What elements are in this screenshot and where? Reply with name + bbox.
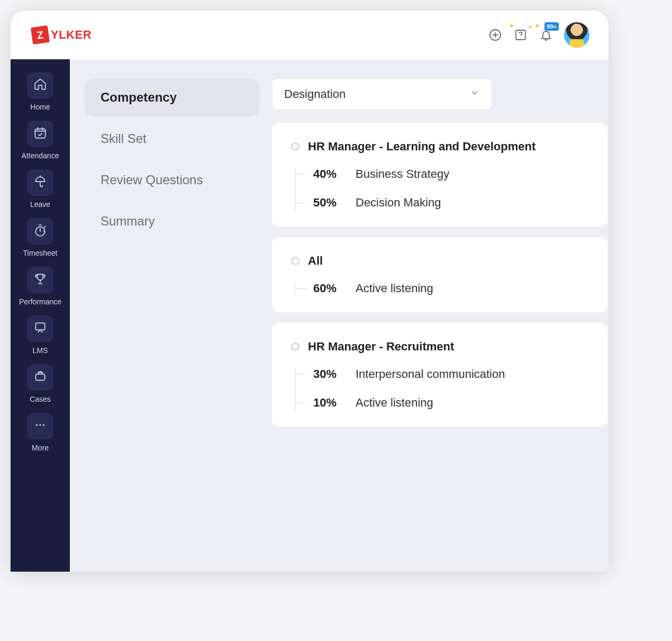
more-icon: [33, 418, 47, 434]
sub-nav-review-questions[interactable]: Review Questions: [85, 161, 259, 199]
card-items: 60% Active listening: [295, 282, 588, 295]
svg-rect-3: [35, 129, 46, 138]
sub-nav: Competency Skill Set Review Questions Su…: [85, 78, 259, 572]
designation-dropdown[interactable]: Designation: [272, 78, 492, 110]
sub-nav-summary[interactable]: Summary: [85, 202, 259, 240]
competency-name: Active listening: [356, 396, 433, 410]
cards-wrap[interactable]: HR Manager - Learning and Development 40…: [272, 123, 609, 572]
card-header: HR Manager - Recruitment: [291, 340, 588, 354]
svg-point-8: [39, 424, 41, 426]
node-dot-icon: [291, 142, 299, 151]
svg-rect-6: [35, 374, 44, 381]
sidebar-item-performance[interactable]: Performance: [17, 267, 63, 306]
sidebar-item-home[interactable]: Home: [17, 72, 63, 111]
logo[interactable]: Z YLKER: [32, 26, 92, 43]
competency-card: All 60% Active listening: [272, 237, 607, 312]
competency-row: 60% Active listening: [299, 282, 588, 295]
header-actions: 99+: [488, 22, 589, 48]
card-title: HR Manager - Recruitment: [308, 340, 454, 354]
competency-pct: 40%: [313, 167, 344, 181]
logo-text: YLKER: [51, 28, 92, 42]
competency-row: 40% Business Strategy: [299, 167, 588, 181]
sidebar-item-label: Cases: [30, 395, 51, 403]
svg-point-7: [36, 424, 38, 426]
content-column: Designation HR Manager - Learning and De…: [272, 78, 609, 572]
sidebar-item-lms[interactable]: LMS: [17, 315, 63, 355]
logo-z-icon: Z: [31, 25, 50, 44]
competency-name: Business Strategy: [356, 167, 449, 181]
notification-badge: 99+: [544, 22, 559, 31]
presentation-icon: [33, 321, 47, 337]
notifications-icon[interactable]: 99+: [539, 28, 553, 42]
competency-card: HR Manager - Learning and Development 40…: [272, 123, 607, 227]
avatar[interactable]: [564, 22, 589, 48]
help-icon[interactable]: [513, 28, 528, 42]
card-title: HR Manager - Learning and Development: [308, 140, 535, 154]
sidebar-item-timesheet[interactable]: Timesheet: [17, 218, 63, 257]
sidebar-item-label: Leave: [30, 200, 50, 209]
node-dot-icon: [291, 342, 299, 351]
competency-pct: 30%: [313, 367, 344, 381]
sidebar: Home Attendance Leave Timesheet Performa…: [11, 59, 70, 572]
card-items: 40% Business Strategy 50% Decision Makin…: [295, 167, 588, 210]
add-icon[interactable]: [488, 28, 503, 42]
sidebar-item-label: Timesheet: [23, 249, 58, 257]
competency-pct: 10%: [313, 396, 344, 410]
competency-name: Active listening: [356, 282, 433, 295]
sub-nav-skill-set[interactable]: Skill Set: [85, 120, 259, 158]
svg-point-9: [43, 424, 44, 426]
body: Home Attendance Leave Timesheet Performa…: [11, 59, 609, 572]
sidebar-item-label: More: [32, 444, 49, 452]
sidebar-item-attendance[interactable]: Attendance: [17, 121, 63, 160]
competency-row: 30% Interpersonal communication: [299, 367, 588, 381]
sub-nav-competency[interactable]: Competency: [85, 78, 259, 116]
trophy-icon: [33, 272, 47, 288]
briefcase-icon: [33, 369, 47, 385]
header: Z YLKER 99+: [11, 11, 609, 59]
card-header: HR Manager - Learning and Development: [291, 140, 588, 154]
competency-name: Decision Making: [356, 196, 441, 210]
umbrella-icon: [33, 175, 47, 191]
sidebar-item-label: LMS: [33, 346, 48, 355]
card-title: All: [308, 254, 323, 268]
competency-row: 50% Decision Making: [299, 196, 588, 210]
competency-name: Interpersonal communication: [356, 367, 505, 381]
card-items: 30% Interpersonal communication 10% Acti…: [295, 367, 588, 410]
calendar-check-icon: [33, 126, 47, 142]
app-frame: Z YLKER 99+ Home Attendance: [11, 11, 609, 572]
svg-point-2: [520, 37, 521, 38]
card-header: All: [291, 254, 588, 268]
competency-pct: 60%: [313, 282, 344, 295]
competency-pct: 50%: [313, 196, 344, 210]
sidebar-item-label: Home: [30, 103, 50, 111]
svg-rect-5: [35, 323, 44, 330]
node-dot-icon: [291, 257, 299, 265]
chevron-down-icon: [469, 87, 480, 101]
dropdown-selected: Designation: [284, 87, 346, 101]
sidebar-item-more[interactable]: More: [17, 413, 63, 452]
home-icon: [33, 77, 47, 93]
competency-card: HR Manager - Recruitment 30% Interperson…: [272, 323, 607, 427]
competency-row: 10% Active listening: [299, 396, 588, 410]
sidebar-item-leave[interactable]: Leave: [17, 169, 63, 209]
stopwatch-icon: [33, 223, 47, 239]
main: Competency Skill Set Review Questions Su…: [70, 59, 609, 572]
sidebar-item-label: Performance: [19, 297, 61, 306]
sidebar-item-label: Attendance: [22, 151, 59, 160]
sidebar-item-cases[interactable]: Cases: [17, 364, 63, 403]
